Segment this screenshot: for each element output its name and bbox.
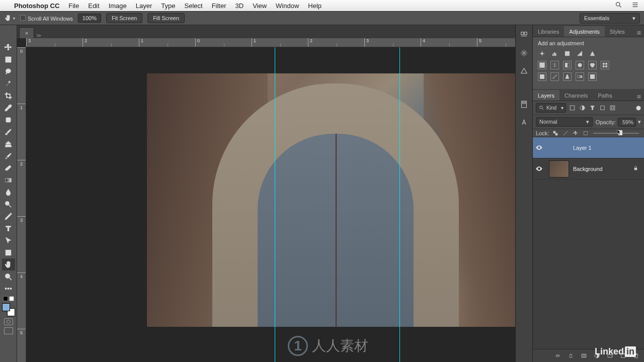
filter-shape-icon[interactable]: [598, 104, 606, 112]
clone-stamp-tool[interactable]: [2, 138, 15, 150]
history-panel-icon[interactable]: [519, 29, 530, 40]
invert-icon[interactable]: [538, 72, 546, 81]
lock-pixels-icon[interactable]: [562, 130, 569, 137]
hue-sat-icon[interactable]: [538, 61, 546, 69]
link-layers-icon[interactable]: [553, 352, 561, 360]
eraser-tool[interactable]: [2, 162, 15, 174]
menu-filter[interactable]: Filter: [212, 2, 226, 10]
type-tool[interactable]: [2, 222, 15, 234]
channel-mixer-icon[interactable]: [588, 61, 597, 69]
healing-brush-tool[interactable]: [2, 114, 15, 126]
properties-panel-icon[interactable]: [519, 99, 530, 110]
filter-adjustment-icon[interactable]: [578, 104, 586, 112]
color-balance-icon[interactable]: [550, 61, 559, 69]
spotlight-icon[interactable]: [615, 1, 622, 10]
edit-toolbar-button[interactable]: •••: [2, 283, 15, 295]
tab-paths[interactable]: Paths: [593, 90, 617, 101]
tab-styles[interactable]: Styles: [605, 26, 630, 37]
workspace-dropdown[interactable]: Essentials▾: [580, 13, 640, 24]
tab-adjustments[interactable]: Adjustments: [564, 26, 605, 37]
lasso-tool[interactable]: [2, 65, 15, 77]
layers-panel-menu-icon[interactable]: ≡: [634, 93, 644, 101]
filter-toggle-switch[interactable]: [636, 106, 641, 111]
guide-vertical-left[interactable]: [275, 47, 275, 362]
blur-tool[interactable]: [2, 186, 15, 198]
lock-artboard-icon[interactable]: [582, 130, 589, 137]
layer-style-icon[interactable]: [567, 352, 575, 360]
path-selection-tool[interactable]: [2, 234, 15, 246]
shape-tool[interactable]: [2, 246, 15, 258]
opacity-dropdown-icon[interactable]: ▾: [638, 119, 641, 125]
layer-mask-icon[interactable]: [580, 352, 588, 360]
horizontal-ruler[interactable]: 3210123456789: [26, 38, 515, 47]
hand-tool[interactable]: [2, 258, 15, 270]
tab-layers[interactable]: Layers: [533, 90, 559, 101]
menu-layer[interactable]: Layer: [136, 2, 152, 10]
filter-smart-icon[interactable]: [608, 104, 616, 112]
vertical-ruler[interactable]: 0123456: [17, 47, 26, 362]
brightness-contrast-icon[interactable]: [538, 49, 546, 58]
layer-name[interactable]: Layer 1: [573, 145, 640, 151]
gradient-map-icon[interactable]: [576, 72, 584, 81]
black-white-icon[interactable]: [563, 61, 572, 69]
filter-pixel-icon[interactable]: [568, 104, 576, 112]
layer-name[interactable]: Background: [573, 166, 629, 172]
layer-thumbnail[interactable]: [549, 160, 569, 177]
lock-transparency-icon[interactable]: [552, 130, 559, 137]
swatches-panel-icon[interactable]: [519, 65, 530, 76]
menu-select[interactable]: Select: [184, 2, 202, 10]
exposure-icon[interactable]: [576, 49, 584, 58]
posterize-icon[interactable]: [550, 72, 559, 81]
menu-edit[interactable]: Edit: [88, 2, 99, 10]
filter-kind-dropdown[interactable]: Kind▾: [536, 103, 566, 113]
scroll-all-checkbox[interactable]: Scroll All Windows: [20, 15, 73, 22]
brush-tool[interactable]: [2, 126, 15, 138]
vibrance-icon[interactable]: [588, 49, 597, 58]
menu-file[interactable]: File: [68, 2, 79, 10]
pen-tool[interactable]: [2, 210, 15, 222]
foreground-background-swatch[interactable]: [2, 303, 15, 316]
marquee-tool[interactable]: [2, 53, 15, 65]
document-tab-close[interactable]: ×: [19, 27, 34, 38]
fit-screen-button[interactable]: Fit Screen: [106, 13, 142, 23]
default-swap-colors[interactable]: [3, 295, 15, 301]
fill-screen-button[interactable]: Fill Screen: [147, 13, 185, 23]
document-canvas[interactable]: 1人人素材: [26, 47, 515, 362]
color-lookup-icon[interactable]: [601, 61, 609, 69]
menu-help[interactable]: Help: [308, 2, 321, 10]
curves-icon[interactable]: [563, 49, 572, 58]
zoom-level[interactable]: 100%: [78, 14, 101, 23]
opacity-value[interactable]: 59%: [618, 118, 636, 127]
zoom-tool[interactable]: [2, 270, 15, 283]
menu-view[interactable]: View: [253, 2, 267, 10]
levels-icon[interactable]: [550, 49, 559, 58]
menu-type[interactable]: Type: [161, 2, 175, 10]
screen-mode-button[interactable]: [4, 327, 13, 334]
history-brush-tool[interactable]: [2, 150, 15, 162]
photo-filter-icon[interactable]: [576, 61, 584, 69]
lock-position-icon[interactable]: [572, 130, 579, 137]
visibility-toggle[interactable]: [533, 165, 545, 172]
tab-libraries[interactable]: Libraries: [533, 26, 564, 37]
visibility-toggle[interactable]: [533, 144, 545, 151]
menu-image[interactable]: Image: [109, 2, 127, 10]
blend-mode-dropdown[interactable]: Normal▾: [536, 117, 593, 127]
character-panel-icon[interactable]: [519, 117, 530, 128]
menu-3d[interactable]: 3D: [235, 2, 244, 10]
color-panel-icon[interactable]: [519, 47, 530, 58]
gradient-tool[interactable]: [2, 174, 15, 186]
hand-tool-icon[interactable]: ▾: [4, 13, 15, 24]
threshold-icon[interactable]: [563, 72, 572, 81]
tab-channels[interactable]: Channels: [559, 90, 593, 101]
filter-type-icon[interactable]: [588, 104, 596, 112]
app-name[interactable]: Photoshop CC: [14, 2, 59, 10]
eyedropper-tool[interactable]: [2, 102, 15, 114]
layer-row-layer1[interactable]: Layer 1: [533, 137, 644, 158]
guide-vertical-right[interactable]: [399, 47, 400, 362]
menu-list-icon[interactable]: [631, 1, 639, 10]
crop-tool[interactable]: [2, 89, 15, 102]
selective-color-icon[interactable]: [588, 72, 597, 81]
layer-row-background[interactable]: Background: [533, 158, 644, 179]
menu-window[interactable]: Window: [276, 2, 299, 10]
move-tool[interactable]: [2, 41, 15, 53]
